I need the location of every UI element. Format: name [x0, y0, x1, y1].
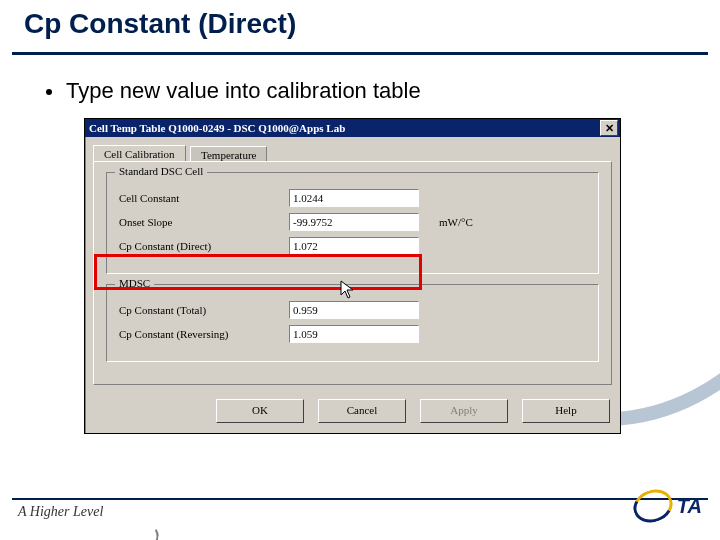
input-cp-direct[interactable] — [289, 237, 419, 255]
dialog-titlebar: Cell Temp Table Q1000-0249 - DSC Q1000@A… — [85, 119, 620, 137]
brand-logo: TA — [633, 490, 702, 522]
group-mdsc-title: MDSC — [115, 277, 154, 289]
row-cp-reversing: Cp Constant (Reversing) — [119, 325, 586, 343]
group-standard-dsc: Standard DSC Cell Cell Constant Onset Sl… — [106, 172, 599, 274]
group-standard-title: Standard DSC Cell — [115, 165, 207, 177]
slide-title: Cp Constant (Direct) — [24, 8, 296, 40]
footer-rule — [12, 498, 708, 500]
footer-tagline: A Higher Level — [18, 504, 103, 520]
ok-button[interactable]: OK — [216, 399, 304, 423]
bullet-text: Type new value into calibration table — [66, 78, 421, 103]
input-cell-constant[interactable] — [289, 189, 419, 207]
tagline-a: A Higher — [18, 504, 73, 519]
close-button[interactable]: ✕ — [600, 120, 618, 136]
label-onset-slope: Onset Slope — [119, 216, 289, 228]
label-cp-reversing: Cp Constant (Reversing) — [119, 328, 289, 340]
bullet-line: Type new value into calibration table — [46, 78, 421, 104]
label-cp-total: Cp Constant (Total) — [119, 304, 289, 316]
help-button[interactable]: Help — [522, 399, 610, 423]
title-rule — [12, 52, 708, 55]
cancel-button[interactable]: Cancel — [318, 399, 406, 423]
logo-text: TA — [677, 495, 702, 518]
close-icon: ✕ — [605, 123, 614, 134]
dialog-button-row: OK Cancel Apply Help — [85, 393, 620, 433]
row-cp-total: Cp Constant (Total) — [119, 301, 586, 319]
label-cp-direct: Cp Constant (Direct) — [119, 240, 289, 252]
input-cp-total[interactable] — [289, 301, 419, 319]
footer-swoosh-icon — [131, 521, 161, 540]
logo-ring-icon — [629, 484, 678, 528]
row-cp-direct: Cp Constant (Direct) — [119, 237, 586, 255]
tab-strip: Cell Calibration Temperature — [85, 137, 620, 161]
apply-button[interactable]: Apply — [420, 399, 508, 423]
label-cell-constant: Cell Constant — [119, 192, 289, 204]
row-cell-constant: Cell Constant — [119, 189, 586, 207]
input-cp-reversing[interactable] — [289, 325, 419, 343]
input-onset-slope[interactable] — [289, 213, 419, 231]
bullet-dot-icon — [46, 89, 52, 95]
tab-cell-calibration[interactable]: Cell Calibration — [93, 145, 186, 162]
calibration-dialog: Cell Temp Table Q1000-0249 - DSC Q1000@A… — [84, 118, 621, 434]
unit-onset-slope: mW/°C — [439, 216, 473, 228]
tab-panel: Standard DSC Cell Cell Constant Onset Sl… — [93, 161, 612, 385]
dialog-title: Cell Temp Table Q1000-0249 - DSC Q1000@A… — [89, 122, 600, 134]
row-onset-slope: Onset Slope mW/°C — [119, 213, 586, 231]
tagline-b: Level — [73, 504, 103, 519]
group-mdsc: MDSC Cp Constant (Total) Cp Constant (Re… — [106, 284, 599, 362]
